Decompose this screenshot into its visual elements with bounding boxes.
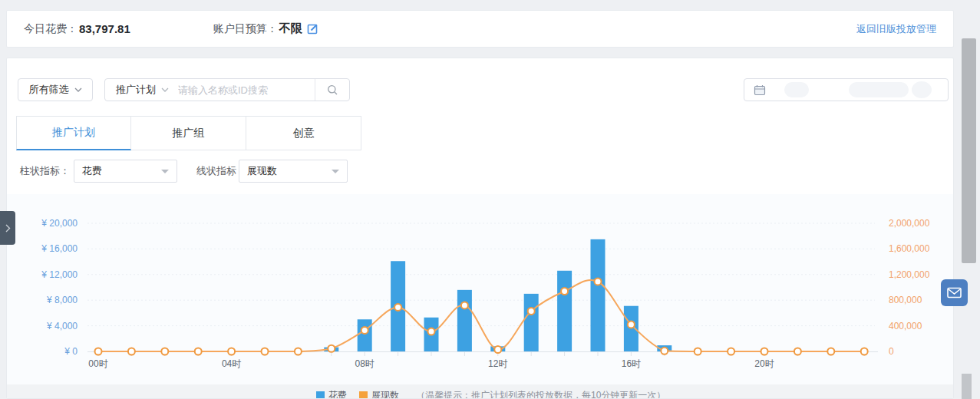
- legend-item-impressions: 展现数: [359, 389, 399, 399]
- hourly-trend-chart: ¥ 20,0002,000,000¥ 16,0001,600,000¥ 12,0…: [7, 194, 953, 384]
- edit-budget-icon[interactable]: [307, 23, 318, 35]
- daily-budget: 账户日预算： 不限: [213, 21, 318, 36]
- tab-campaign[interactable]: 推广计划: [16, 116, 131, 150]
- all-filters-label: 所有筛选: [29, 83, 69, 97]
- daily-budget-value: 不限: [279, 21, 302, 36]
- tab-adgroup[interactable]: 推广组: [131, 116, 246, 150]
- chevron-down-icon: [74, 87, 82, 92]
- svg-text:0: 0: [889, 346, 894, 357]
- search-type-value: 推广计划: [116, 83, 156, 97]
- bar-metric-value: 花费: [82, 164, 102, 178]
- level-tabs: 推广计划 推广组 创意: [16, 116, 361, 150]
- search-button[interactable]: [315, 79, 349, 101]
- svg-text:20时: 20时: [754, 358, 774, 369]
- legend-item-spend: 花费: [316, 389, 347, 399]
- all-filters-dropdown[interactable]: 所有筛选: [18, 78, 93, 101]
- bar-metric-label: 柱状指标：: [20, 165, 70, 177]
- svg-text:¥ 16,000: ¥ 16,000: [41, 243, 78, 254]
- redacted-date-text: [784, 82, 809, 97]
- redacted-date-text: [912, 81, 932, 98]
- redacted-date-text: [849, 82, 909, 97]
- svg-text:¥ 20,000: ¥ 20,000: [41, 218, 78, 229]
- bar-metric-select[interactable]: 花费: [74, 160, 177, 183]
- svg-text:1,600,000: 1,600,000: [889, 243, 930, 254]
- svg-text:2,000,000: 2,000,000: [889, 218, 930, 229]
- caret-down-icon: [332, 170, 339, 173]
- svg-text:04时: 04时: [222, 358, 241, 369]
- search-bar: 推广计划: [104, 78, 350, 101]
- svg-text:400,000: 400,000: [889, 321, 922, 331]
- svg-text:¥ 12,000: ¥ 12,000: [41, 269, 78, 280]
- svg-text:1,200,000: 1,200,000: [889, 269, 930, 280]
- today-spend-label: 今日花费：: [24, 22, 78, 36]
- back-to-old-version-link[interactable]: 返回旧版投放管理: [856, 22, 936, 36]
- search-icon: [327, 84, 338, 96]
- chart-legend-strip: 花费 展现数 （温馨提示：推广计划列表的投放数据，每10分钟更新一次）: [7, 384, 953, 399]
- date-range-picker[interactable]: [744, 78, 949, 101]
- main-panel: 所有筛选 推广计划 推广计划 推广组: [6, 58, 954, 399]
- chevron-right-icon: [5, 224, 11, 232]
- svg-text:00时: 00时: [88, 358, 107, 369]
- today-spend-value: 83,797.81: [79, 22, 130, 35]
- line-metric-select[interactable]: 展现数: [239, 160, 348, 183]
- svg-text:¥ 8,000: ¥ 8,000: [46, 295, 78, 305]
- daily-budget-label: 账户日预算：: [213, 22, 278, 36]
- today-spend: 今日花费： 83,797.81: [24, 22, 130, 36]
- traffic-chart-svg: ¥ 20,0002,000,000¥ 16,0001,600,000¥ 12,0…: [7, 194, 953, 384]
- sidebar-expand-handle[interactable]: [0, 211, 15, 245]
- svg-text:12时: 12时: [488, 358, 507, 369]
- tab-creative[interactable]: 创意: [246, 116, 361, 150]
- svg-text:¥ 0: ¥ 0: [64, 346, 78, 357]
- svg-text:800,000: 800,000: [889, 295, 922, 305]
- chevron-down-icon: [161, 87, 169, 92]
- calendar-icon: [754, 84, 766, 96]
- topbar: 今日花费： 83,797.81 账户日预算： 不限 返回旧版投放管理: [6, 10, 954, 48]
- legend-swatch-impressions: [359, 391, 368, 399]
- legend-tip: （温馨提示：推广计划列表的投放数据，每10分钟更新一次）: [416, 389, 665, 399]
- vertical-scrollbar-thumb[interactable]: [962, 38, 976, 263]
- envelope-icon: [947, 287, 962, 298]
- caret-down-icon: [161, 170, 169, 173]
- svg-text:08时: 08时: [355, 358, 375, 369]
- svg-text:¥ 4,000: ¥ 4,000: [46, 321, 78, 331]
- line-metric-value: 展现数: [247, 164, 277, 178]
- search-input[interactable]: [178, 84, 315, 96]
- search-type-dropdown[interactable]: 推广计划: [105, 83, 178, 97]
- legend-swatch-spend: [316, 391, 325, 399]
- svg-text:16时: 16时: [622, 358, 641, 369]
- message-button[interactable]: [941, 279, 968, 306]
- scrollbar-bottom-block: [962, 374, 972, 399]
